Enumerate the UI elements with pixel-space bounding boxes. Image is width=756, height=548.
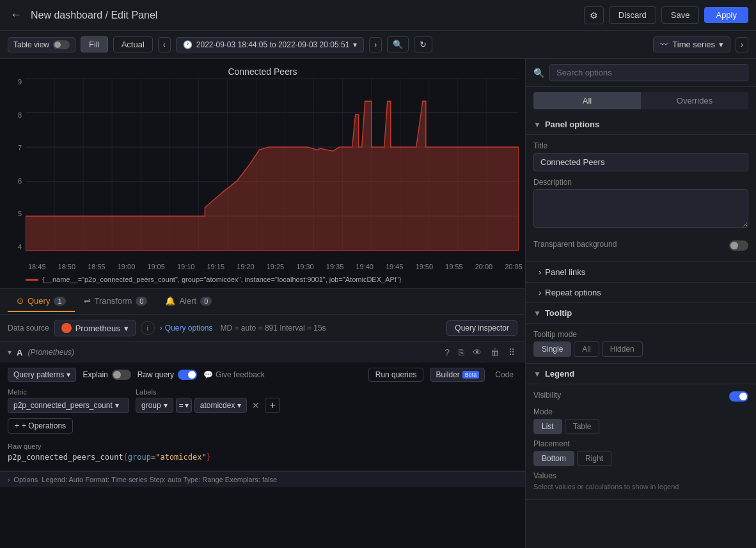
legend-placement-bottom[interactable]: Bottom xyxy=(533,451,574,466)
query-drag-handle[interactable]: ⠿ xyxy=(506,346,517,359)
overrides-tab-button[interactable]: Overrides xyxy=(641,92,748,109)
legend-mode-group: List Table xyxy=(533,419,748,434)
title-input[interactable] xyxy=(533,153,748,171)
expand-button[interactable]: › xyxy=(736,37,748,52)
tab-transform[interactable]: ⇌ Transform 0 xyxy=(75,291,157,312)
x-label-1910: 19:10 xyxy=(177,263,195,270)
builder-label: Builder xyxy=(436,370,459,379)
datasource-info-button[interactable]: i xyxy=(141,321,155,335)
repeat-options-chevron-icon: › xyxy=(539,288,541,297)
viz-label: Time series xyxy=(672,40,715,49)
y-label-9: 9 xyxy=(3,78,22,86)
tab-alert[interactable]: 🔔 Alert 0 xyxy=(156,291,221,312)
tooltip-mode-single[interactable]: Single xyxy=(533,341,571,357)
visualization-selector[interactable]: 〰 Time series ▾ xyxy=(653,36,730,52)
legend-visibility-toggle[interactable] xyxy=(729,391,748,402)
options-row[interactable]: › Options Legend: Auto Format: Time seri… xyxy=(0,471,525,487)
tooltip-mode-all[interactable]: All xyxy=(574,341,599,357)
query-patterns-label: Query patterns xyxy=(13,370,64,379)
query-duplicate-button[interactable]: ⎘ xyxy=(456,346,466,359)
legend-placement-group: Bottom Right xyxy=(533,451,748,466)
tab-query[interactable]: ⊙ Query 1 xyxy=(8,291,75,312)
feedback-label: Give feedback xyxy=(216,370,265,379)
apply-button[interactable]: Apply xyxy=(704,7,748,23)
x-label-2000: 20:00 xyxy=(475,263,493,270)
legend-header[interactable]: Legend xyxy=(526,364,756,384)
x-label-1925: 19:25 xyxy=(267,263,285,270)
header-right: ⚙ Discard Save Apply xyxy=(584,6,748,24)
legend-placement-right[interactable]: Right xyxy=(577,451,611,466)
x-axis-labels: 18:45 18:50 18:55 19:00 19:05 19:10 19:1… xyxy=(26,263,525,270)
save-button[interactable]: Save xyxy=(661,6,700,24)
legend-mode-list[interactable]: List xyxy=(533,419,562,434)
transparent-bg-row: Transparent background xyxy=(533,236,748,255)
label-value-selector[interactable]: atomicdex ▾ xyxy=(194,398,248,413)
query-name-label: A xyxy=(17,348,22,357)
settings-button[interactable]: ⚙ xyxy=(584,6,604,24)
explain-label: Explain xyxy=(83,370,107,379)
tooltip-header[interactable]: Tooltip xyxy=(526,303,756,324)
panel-links-header[interactable]: › Panel links xyxy=(526,262,756,283)
tooltip-mode-label: Tooltip mode xyxy=(533,330,748,339)
query-preview-button[interactable]: 👁 xyxy=(470,346,484,359)
query-inspector-button[interactable]: Query inspector xyxy=(446,320,517,336)
table-view-toggle[interactable]: Table view xyxy=(8,37,75,52)
beta-badge: Beta xyxy=(462,371,480,379)
add-label-button[interactable]: + xyxy=(265,398,280,413)
prev-time-button[interactable]: ‹ xyxy=(158,37,171,52)
y-label-5: 5 xyxy=(3,210,22,217)
label-op-selector[interactable]: = ▾ xyxy=(176,398,192,413)
code-button[interactable]: Code xyxy=(491,368,517,381)
query-delete-button[interactable]: 🗑 xyxy=(488,346,502,359)
actual-button[interactable]: Actual xyxy=(113,36,153,52)
query-help-button[interactable]: ? xyxy=(442,346,452,359)
label-key-selector[interactable]: group ▾ xyxy=(136,398,173,413)
legend-mode-table[interactable]: Table xyxy=(565,419,600,434)
legend-visibility-label: Visibility xyxy=(533,391,561,400)
discard-button[interactable]: Discard xyxy=(609,6,656,24)
metric-selector[interactable]: p2p_connected_peers_count ▾ xyxy=(8,398,129,413)
time-range-picker[interactable]: 🕐 2022-09-03 18:44:05 to 2022-09-03 20:0… xyxy=(176,37,365,52)
search-options-input[interactable] xyxy=(549,64,748,81)
query-tab-label: Query xyxy=(28,296,50,306)
next-time-button[interactable]: › xyxy=(369,37,382,52)
header-left: ← New dashboard / Edit Panel xyxy=(8,6,157,24)
legend-chevron-icon xyxy=(533,370,541,379)
legend-placement-label: Placement xyxy=(533,439,748,448)
datasource-selector[interactable]: Prometheus ▾ xyxy=(54,320,136,336)
y-label-4: 4 xyxy=(3,243,22,251)
search-options-bar: 🔍 xyxy=(526,59,756,87)
legend-text: {__name__="p2p_connected_peers_count", g… xyxy=(42,276,401,283)
query-block-header[interactable]: ▾ A (Prometheus) ? ⎘ 👁 🗑 ⠿ xyxy=(0,342,525,363)
panel-options-header[interactable]: Panel options xyxy=(526,114,756,135)
explain-toggle-switch[interactable] xyxy=(112,370,131,380)
zoom-button[interactable]: 🔍 xyxy=(387,36,409,52)
query-patterns-selector[interactable]: Query patterns ▾ xyxy=(8,368,76,382)
plus-icon: + xyxy=(15,421,19,430)
refresh-button[interactable]: ↻ xyxy=(414,36,432,52)
legend-visibility-row: Visibility xyxy=(533,391,748,402)
fill-button[interactable]: Fill xyxy=(81,36,108,52)
table-view-switch[interactable] xyxy=(53,40,70,49)
builder-button[interactable]: Builder Beta xyxy=(430,368,485,382)
table-view-label: Table view xyxy=(13,40,49,49)
add-operations-button[interactable]: + + Operations xyxy=(8,418,73,434)
operations-row: + + Operations xyxy=(8,418,517,434)
query-options-button[interactable]: › Query options xyxy=(160,324,213,333)
x-label-1945: 19:45 xyxy=(386,263,404,270)
back-button[interactable]: ← xyxy=(8,6,24,24)
legend-mode-row: Mode List Table xyxy=(533,407,748,434)
x-label-1930: 19:30 xyxy=(296,263,314,270)
chart-title: Connected Peers xyxy=(0,67,525,77)
repeat-options-header[interactable]: › Repeat options xyxy=(526,283,756,303)
run-queries-button[interactable]: Run queries xyxy=(368,368,424,382)
transparent-bg-toggle[interactable] xyxy=(729,240,748,251)
metric-group: Metric p2p_connected_peers_count ▾ xyxy=(8,388,129,413)
tooltip-mode-hidden[interactable]: Hidden xyxy=(602,341,643,357)
options-meta: Legend: Auto Format: Time series Step: a… xyxy=(42,476,277,483)
feedback-button[interactable]: 💬 Give feedback xyxy=(203,370,265,379)
all-tab-button[interactable]: All xyxy=(533,92,641,109)
raw-query-toggle-switch[interactable] xyxy=(178,370,197,380)
remove-label-button[interactable]: ✕ xyxy=(249,399,262,412)
description-textarea[interactable] xyxy=(533,189,748,228)
